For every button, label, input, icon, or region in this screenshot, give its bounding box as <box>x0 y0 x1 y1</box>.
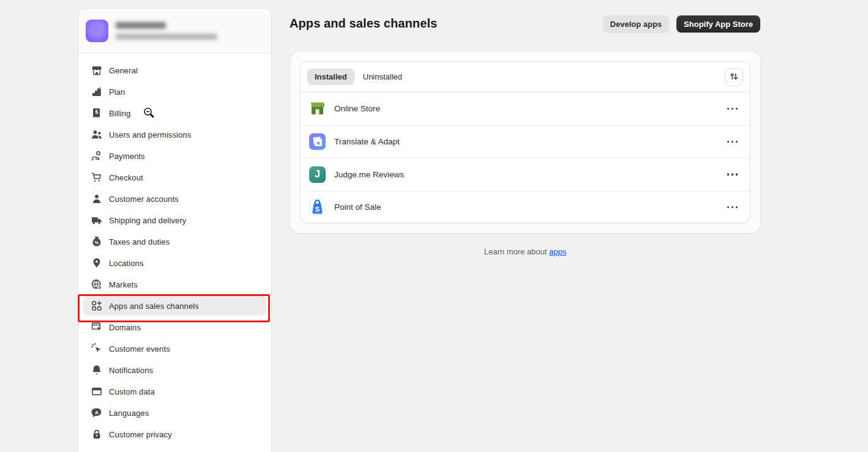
lock-icon <box>91 428 103 440</box>
sidebar-item-label: General <box>109 66 138 75</box>
sidebar-item-label: Locations <box>109 259 144 268</box>
app-name: Translate & Adapt <box>334 137 400 146</box>
sidebar-item-label: Customer privacy <box>109 430 172 439</box>
tab-installed[interactable]: Installed <box>307 69 354 85</box>
store-domain-redacted <box>116 34 217 40</box>
cart-icon <box>91 171 103 183</box>
sidebar-item-plan[interactable]: Plan <box>83 82 266 102</box>
sidebar-item-label: Checkout <box>109 173 143 182</box>
sidebar-item-general[interactable]: General <box>83 61 266 80</box>
app-name: Judge.me Reviews <box>334 170 404 179</box>
shopify-app-store-button[interactable]: Shopify App Store <box>676 15 760 32</box>
translate-adapt-icon: a <box>309 133 326 150</box>
sidebar-item-payments[interactable]: Payments <box>83 146 266 166</box>
receipt-icon: $ <box>91 107 103 119</box>
ellipsis-menu-icon[interactable] <box>725 202 741 212</box>
sidebar-item-customer-accounts[interactable]: Customer accounts <box>83 189 266 209</box>
store-account-texts <box>116 22 217 40</box>
hand-coin-icon <box>91 150 103 162</box>
svg-text:S: S <box>315 206 320 213</box>
sidebar-item-label: Apps and sales channels <box>109 302 199 311</box>
bell-icon <box>91 364 103 376</box>
develop-apps-button[interactable]: Develop apps <box>603 15 670 32</box>
sidebar-item-label: Taxes and duties <box>109 237 170 246</box>
sidebar-item-label: Notifications <box>109 366 153 375</box>
app-row-point-of-sale[interactable]: S Point of Sale <box>301 191 750 224</box>
sidebar-item-label: Domains <box>109 323 141 332</box>
sidebar-item-taxes-and-duties[interactable]: % Taxes and duties <box>83 232 266 251</box>
click-spark-icon <box>91 343 103 355</box>
ellipsis-menu-icon[interactable] <box>725 104 741 114</box>
settings-nav: General Plan $ Billing Users and permiss… <box>78 53 271 451</box>
sidebar-item-markets[interactable]: $ Markets <box>83 275 266 294</box>
sidebar-item-checkout[interactable]: Checkout <box>83 168 266 187</box>
sidebar-item-locations[interactable]: Locations <box>83 253 266 273</box>
app-row-judgeme-reviews[interactable]: J Judge.me Reviews <box>301 158 750 191</box>
store-account-header[interactable] <box>78 9 271 53</box>
money-bag-icon: % <box>91 235 103 248</box>
installed-apps-panel: Installed Uninstalled Online Store a Tra… <box>300 61 750 223</box>
sidebar-item-languages[interactable]: A Languages <box>83 403 266 423</box>
sidebar-item-customer-events[interactable]: Customer events <box>83 339 266 358</box>
sidebar-item-apps-and-sales-channels[interactable]: Apps and sales channels <box>83 296 266 316</box>
learn-more-label: Learn more about <box>484 247 549 256</box>
translate-bubble-icon: A <box>91 407 103 419</box>
sidebar-item-label: Languages <box>109 409 149 418</box>
header-actions: Develop apps Shopify App Store <box>603 15 760 32</box>
person-icon <box>91 193 103 205</box>
apps-tab-row: Installed Uninstalled <box>301 62 750 92</box>
sort-arrows-icon <box>729 72 739 83</box>
sort-button[interactable] <box>725 68 743 86</box>
sidebar-item-label: Users and permissions <box>109 130 191 139</box>
plan-steps-icon <box>91 86 103 98</box>
svg-text:a: a <box>317 140 320 146</box>
apps-link[interactable]: apps <box>549 247 566 256</box>
window-cursor-icon <box>91 321 103 333</box>
map-pin-icon <box>91 257 103 269</box>
ellipsis-menu-icon[interactable] <box>725 170 741 180</box>
tab-uninstalled[interactable]: Uninstalled <box>356 69 410 85</box>
app-row-translate-adapt[interactable]: a Translate & Adapt <box>301 125 750 158</box>
sidebar-item-shipping-and-delivery[interactable]: Shipping and delivery <box>83 210 266 230</box>
app-row-online-store[interactable]: Online Store <box>301 92 750 125</box>
sidebar-item-label: Plan <box>109 87 125 97</box>
sidebar-item-label: Custom data <box>109 387 155 396</box>
settings-sidebar: General Plan $ Billing Users and permiss… <box>78 9 271 452</box>
apps-card: Installed Uninstalled Online Store a Tra… <box>290 51 760 233</box>
sidebar-item-notifications[interactable]: Notifications <box>83 360 266 380</box>
sidebar-item-customer-privacy[interactable]: Customer privacy <box>83 424 266 444</box>
sidebar-item-custom-data[interactable]: Custom data <box>83 382 266 401</box>
ellipsis-menu-icon[interactable] <box>725 137 741 147</box>
sidebar-item-billing[interactable]: $ Billing <box>83 103 266 123</box>
sidebar-item-label: Markets <box>109 280 138 289</box>
sidebar-item-label: Payments <box>109 152 145 161</box>
store-icon <box>91 64 103 76</box>
sidebar-item-label: Customer accounts <box>109 195 179 204</box>
store-name-redacted <box>116 22 166 29</box>
sidebar-item-users-and-permissions[interactable]: Users and permissions <box>83 125 266 144</box>
app-name: Online Store <box>334 104 380 113</box>
svg-text:%: % <box>95 240 99 245</box>
apps-grid-plus-icon <box>91 300 103 312</box>
store-avatar <box>86 20 108 42</box>
sidebar-item-label: Billing <box>109 109 130 118</box>
app-name: Point of Sale <box>334 202 381 212</box>
sidebar-item-label: Shipping and delivery <box>109 216 186 225</box>
svg-text:$: $ <box>99 284 102 290</box>
sidebar-item-domains[interactable]: Domains <box>83 317 266 337</box>
judgeme-icon: J <box>309 166 326 183</box>
globe-dollar-icon: $ <box>91 278 103 291</box>
sidebar-item-label: Customer events <box>109 344 170 354</box>
online-store-icon <box>309 100 326 117</box>
svg-text:A: A <box>95 410 99 415</box>
page-title: Apps and sales channels <box>290 17 437 31</box>
learn-more-text: Learn more about apps <box>290 247 760 256</box>
svg-text:$: $ <box>95 109 99 115</box>
point-of-sale-icon: S <box>309 199 326 215</box>
truck-icon <box>91 214 103 226</box>
users-icon <box>91 128 103 141</box>
data-box-icon <box>91 385 103 398</box>
